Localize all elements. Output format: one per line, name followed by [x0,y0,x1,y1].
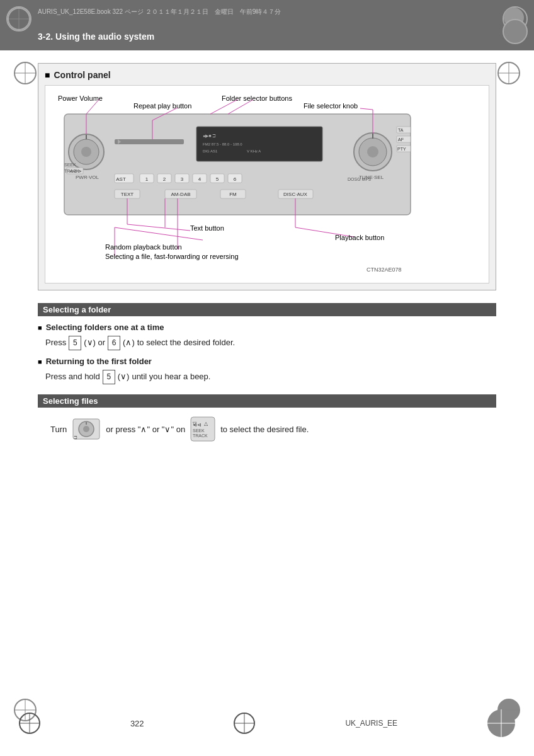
svg-text:Random playback button: Random playback button [105,243,182,251]
sub1-sym2: (∧) [123,336,135,350]
svg-text:V KHz A: V KHz A [247,149,261,153]
main-content: Control panel Power Volume Folder select… [0,50,534,461]
svg-text:AF: AF [398,137,404,142]
sub2-title: Returning to the first folder [38,357,496,366]
svg-text:TA: TA [398,128,404,132]
svg-text:AM-DAB: AM-DAB [171,192,190,197]
sub2-key: 5 [103,370,115,384]
svg-text:●▶■ ⊐: ●▶■ ⊐ [203,134,216,138]
svg-text:DISC·AUX: DISC·AUX [283,192,307,197]
header-corner-br [503,19,528,44]
header-corner-tl [6,6,31,32]
svg-text:△: △ [204,421,208,427]
svg-text:DIG  AS1: DIG AS1 [203,149,218,153]
svg-text:⊐: ⊐ [74,435,77,440]
sub2-text-after: until you hear a beep. [132,370,210,384]
svg-text:5: 5 [216,176,219,182]
svg-text:SEEK: SEEK [64,163,76,167]
file-info: AURIS_UK_12E58E.book 322 ページ ２０１１年１月２１日 … [38,8,281,16]
selecting-folder-content: Selecting folders one at a time Press 5 … [38,323,496,384]
selecting-folder-header: Selecting a folder [38,303,496,316]
svg-text:SEEK: SEEK [193,428,205,433]
svg-text:TRACK: TRACK [193,433,208,438]
svg-text:▽: ▽ [193,421,197,427]
section-title: 3-2. Using the audio system [38,32,154,42]
label-repeat-play: Repeat play button [134,102,191,110]
footer-marks: 322 UK_AURIS_EE [0,709,534,737]
sub1-press-label: Press [45,336,66,350]
page-corner-tr [497,62,520,84]
page-number: 322 [130,719,144,728]
svg-text:1: 1 [145,176,149,182]
svg-text:6: 6 [234,176,237,182]
sub1-key2: 6 [108,336,120,350]
svg-text:Selecting a file, fast-forward: Selecting a file, fast-forwarding or rev… [105,253,239,260]
header-bar: AURIS_UK_12E58E.book 322 ページ ２０１１年１月２１日 … [0,0,534,50]
svg-text:DOSG  MP3: DOSG MP3 [348,177,371,181]
svg-line-44 [360,108,373,110]
to-select-label: to select the desired file. [220,425,309,434]
svg-text:TEXT: TEXT [121,192,134,197]
svg-text:Playback button: Playback button [335,234,384,241]
svg-text:PTY: PTY [397,147,406,151]
tune-sel-center [367,146,378,158]
sub1-key1: 5 [69,336,81,350]
tune-sel-icon: ⊐ [72,418,101,440]
footer-mark-center [234,713,255,734]
radio-diagram-svg: Power Volume Folder selector buttons Rep… [52,92,423,275]
svg-text:CTN32AE078: CTN32AE078 [366,266,402,273]
svg-text:Text button: Text button [190,224,224,232]
control-panel-box: Control panel Power Volume Folder select… [38,63,496,290]
sub1-instruction: Press 5 (∨) or 6 (∧) to select the desir… [45,336,496,350]
sub2-instruction: Press and hold 5 (∨) until you hear a be… [45,370,496,384]
footer-brand: UK_AURIS_EE [345,719,397,728]
selecting-files-content: Turn ⊐ or press "∧" or "∨" on ⊲⊲ SEEK TR… [50,416,496,442]
footer-mark-left [19,713,40,734]
svg-text:AST: AST [116,176,126,182]
label-power-volume: Power Volume [58,94,103,102]
label-file-selector: File selector knob [304,102,358,110]
svg-text:2: 2 [163,176,166,182]
sub2-sym: (∨) [118,370,130,384]
control-panel-title: Control panel [45,70,489,80]
turn-label: Turn [50,425,67,434]
power-volume-center [81,147,91,157]
or-press-label: or press "∧" or "∨" on [106,425,185,434]
seek-track-icon: ⊲⊲ SEEK TRACK ▽ △ [190,416,215,442]
svg-text:TRACK: TRACK [64,169,79,173]
selecting-files-header: Selecting files [38,394,496,408]
svg-text:PWR·VOL: PWR·VOL [76,175,99,180]
svg-text:FM2  87.5 - 88.0 - 108.0: FM2 87.5 - 88.0 - 108.0 [203,142,242,146]
radio-diagram-area: Power Volume Folder selector buttons Rep… [45,85,489,284]
sub1-sym1: (∨) or [84,336,105,350]
sub1-text-after: to select the desired folder. [137,336,235,350]
svg-text:3: 3 [181,176,184,182]
svg-point-56 [83,426,89,432]
page-corner-tl [14,62,37,84]
svg-line-46 [115,227,203,240]
footer-mark-right [487,709,515,737]
sub2-press-label: Press and hold [45,370,100,384]
disc-slot [115,139,184,144]
svg-text:FM: FM [229,192,237,197]
svg-text:4: 4 [198,176,202,182]
svg-line-45 [127,224,190,231]
page-footer: 322 UK_AURIS_EE [0,709,534,737]
label-folder-selector: Folder selector buttons [222,94,292,102]
sub1-title: Selecting folders one at a time [38,323,496,332]
